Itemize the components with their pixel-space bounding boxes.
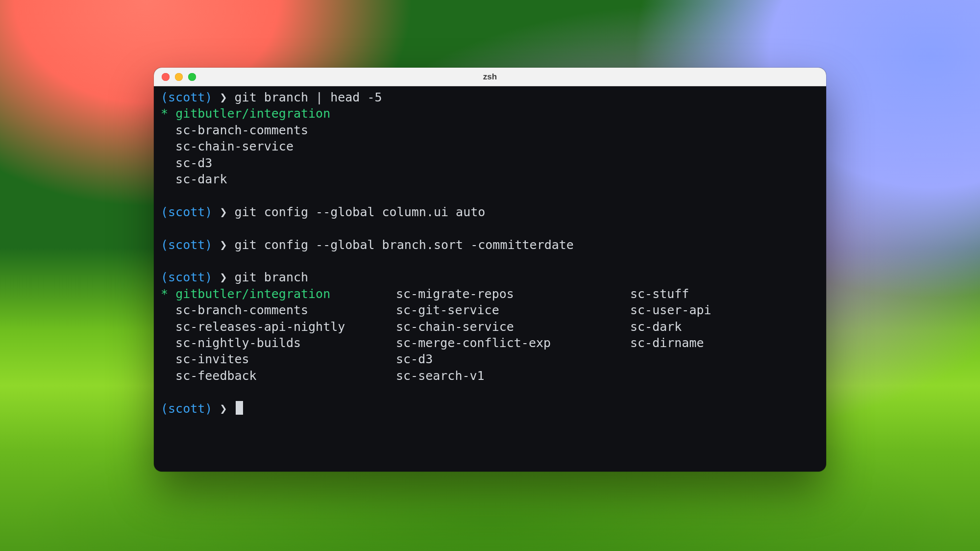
branch-name: sc-nightly-builds: [175, 336, 301, 350]
prompt-line: (scott) ❯ git config --global branch.sor…: [161, 237, 819, 253]
window-titlebar[interactable]: zsh: [154, 68, 826, 86]
blank-line: [161, 384, 819, 400]
branch-name: sc-dark: [175, 172, 227, 186]
terminal-window: zsh (scott) ❯ git branch | head -5* gitb…: [154, 68, 826, 472]
terminal-content[interactable]: (scott) ❯ git branch | head -5* gitbutle…: [154, 86, 826, 424]
output-line: sc-dark: [630, 319, 711, 335]
prompt-arrow-icon: ❯: [220, 205, 227, 219]
output-line: sc-dark: [161, 171, 819, 187]
prompt-line: (scott) ❯ git config --global column.ui …: [161, 204, 819, 220]
output-line: sc-branch-comments: [161, 122, 819, 138]
branch-name: gitbutler/integration: [175, 287, 330, 301]
blank-line: [161, 220, 819, 236]
branch-column-1: * gitbutler/integration sc-branch-commen…: [161, 286, 396, 384]
branch-name: sc-d3: [175, 156, 212, 170]
branch-name: sc-branch-comments: [175, 303, 308, 317]
branch-column-2: sc-migrate-repossc-git-servicesc-chain-s…: [396, 286, 630, 384]
output-line: sc-migrate-repos: [396, 286, 630, 302]
branch-name: sc-search-v1: [396, 369, 485, 383]
blank-line: [161, 253, 819, 269]
prompt-line: (scott) ❯ git branch | head -5: [161, 89, 819, 105]
output-line: sc-chain-service: [161, 138, 819, 154]
output-line: sc-stuff: [630, 286, 711, 302]
prompt-user: (scott): [161, 205, 212, 219]
branch-name: sc-merge-conflict-exp: [396, 336, 551, 350]
output-line: * gitbutler/integration: [161, 105, 819, 122]
blank-line: [161, 187, 819, 203]
output-line: sc-git-service: [396, 302, 630, 318]
output-line: sc-user-api: [630, 302, 711, 318]
command-text: git branch | head -5: [235, 90, 382, 104]
output-line: sc-search-v1: [396, 368, 630, 384]
branch-name: sc-git-service: [396, 303, 499, 317]
close-icon[interactable]: [162, 73, 170, 81]
command-text: git config --global branch.sort -committ…: [235, 238, 574, 252]
branch-name: sc-releases-api-nightly: [175, 320, 345, 334]
output-line: sc-d3: [161, 155, 819, 171]
branch-name: sc-chain-service: [175, 139, 294, 153]
branch-name: sc-dirname: [630, 336, 704, 350]
output-line: sc-chain-service: [396, 319, 630, 335]
output-line: * gitbutler/integration: [161, 286, 396, 302]
output-line: sc-merge-conflict-exp: [396, 335, 630, 351]
branch-name: sc-branch-comments: [175, 123, 308, 137]
prompt-user: (scott): [161, 238, 212, 252]
branch-column-3: sc-stuffsc-user-apisc-darksc-dirname: [630, 286, 711, 384]
current-branch-star-icon: *: [161, 287, 168, 301]
branch-name: sc-user-api: [630, 303, 711, 317]
window-title: zsh: [154, 72, 826, 82]
branch-name: sc-dark: [630, 320, 682, 334]
minimize-icon[interactable]: [175, 73, 183, 81]
output-line: sc-dirname: [630, 335, 711, 351]
window-controls: [154, 73, 196, 81]
prompt-line: (scott) ❯ git branch: [161, 269, 819, 285]
prompt-arrow-icon: ❯: [220, 401, 227, 416]
prompt-line: (scott) ❯: [161, 401, 819, 417]
branch-name: sc-migrate-repos: [396, 287, 514, 301]
prompt-arrow-icon: ❯: [220, 270, 227, 284]
output-line: sc-nightly-builds: [161, 335, 396, 351]
prompt-user: (scott): [161, 270, 212, 284]
output-line: sc-invites: [161, 351, 396, 367]
cursor-icon: [236, 401, 243, 415]
output-line: sc-d3: [396, 351, 630, 367]
command-text: git config --global column.ui auto: [235, 205, 486, 219]
branch-name: sc-invites: [175, 352, 249, 366]
branch-name: gitbutler/integration: [175, 106, 330, 121]
output-line: sc-feedback: [161, 368, 396, 384]
output-line: sc-branch-comments: [161, 302, 396, 318]
zoom-icon[interactable]: [188, 73, 196, 81]
output-line: sc-releases-api-nightly: [161, 319, 396, 335]
prompt-arrow-icon: ❯: [220, 238, 227, 252]
prompt-user: (scott): [161, 401, 212, 416]
current-branch-star-icon: *: [161, 106, 168, 121]
branch-name: sc-stuff: [630, 287, 689, 301]
branch-name: sc-chain-service: [396, 320, 514, 334]
prompt-user: (scott): [161, 90, 212, 104]
branch-columns: * gitbutler/integration sc-branch-commen…: [161, 286, 819, 384]
branch-name: sc-feedback: [175, 369, 257, 383]
branch-name: sc-d3: [396, 352, 433, 366]
command-text: git branch: [235, 270, 309, 284]
prompt-arrow-icon: ❯: [220, 90, 227, 104]
